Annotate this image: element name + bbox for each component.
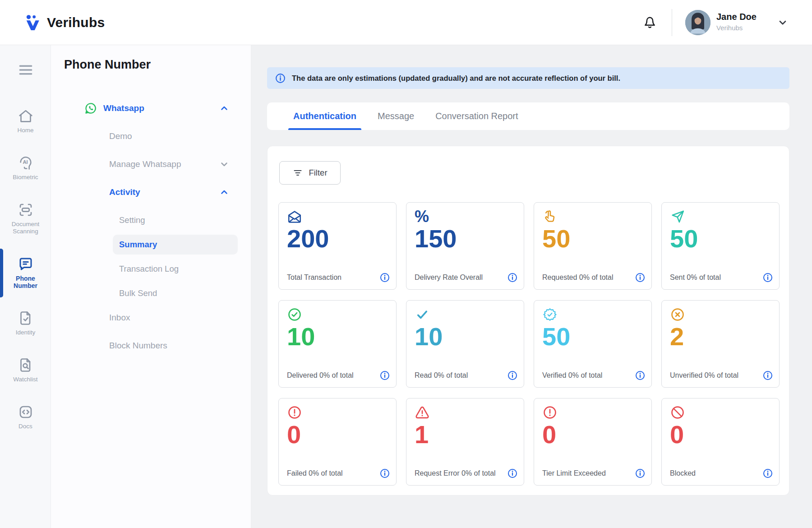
main-content: The data are only estimations (updated g…: [251, 45, 812, 528]
avatar[interactable]: [685, 10, 710, 35]
info-icon[interactable]: [635, 272, 646, 283]
info-icon[interactable]: [507, 370, 518, 381]
info-icon[interactable]: [379, 272, 390, 283]
rail-item-label: Identity: [16, 329, 36, 336]
rail-item-watchlist[interactable]: Watchlist: [0, 357, 51, 383]
stat-label-row: Failed 0% of total: [287, 468, 390, 479]
stat-label-row: Tier Limit Exceeded: [542, 468, 646, 479]
home-icon: [18, 108, 34, 124]
menu-item-label: Demo: [109, 131, 132, 141]
menu-item-demo[interactable]: Demo: [51, 126, 251, 146]
rail-item-phone-number[interactable]: Phone Number: [0, 256, 51, 289]
stat-label: Sent 0% of total: [670, 273, 721, 282]
stat-card-total-transaction: 200Total Transaction: [278, 202, 397, 290]
rail-item-identity[interactable]: Identity: [0, 310, 51, 336]
rail-item-docs[interactable]: Docs: [0, 404, 51, 430]
info-icon[interactable]: [635, 468, 646, 479]
hamburger-menu-icon[interactable]: [17, 61, 34, 79]
rail-item-document-scanning[interactable]: Document Scanning: [0, 202, 51, 235]
stat-label-row: Read 0% of total: [415, 370, 518, 381]
menu-item-setting[interactable]: Setting: [113, 210, 238, 230]
info-banner: The data are only estimations (updated g…: [267, 67, 789, 89]
info-icon[interactable]: [762, 272, 773, 283]
biometric-icon: AI: [18, 155, 34, 171]
user-menu-chevron-down-icon[interactable]: [777, 17, 789, 28]
filter-button-label: Filter: [309, 168, 327, 178]
stat-card-delivery-rate-overall: %150Delivery Rate Overall: [406, 202, 524, 290]
verified-badge-icon: [542, 307, 558, 322]
stat-label-row: Requested 0% of total: [542, 272, 646, 283]
stat-label: Total Transaction: [287, 273, 341, 282]
info-icon[interactable]: [507, 468, 518, 479]
stat-value: 10: [287, 323, 388, 350]
stat-value: 50: [670, 225, 771, 252]
topbar-divider: [672, 9, 672, 36]
whatsapp-icon: [84, 102, 97, 115]
stat-card-tier-limit-exceeded: 0Tier Limit Exceeded: [534, 398, 652, 486]
menu-item-whatsapp[interactable]: Whatsapp: [51, 98, 251, 118]
x-circle-icon: [670, 307, 685, 322]
stat-value: 200: [287, 225, 388, 252]
stat-value: 0: [670, 421, 771, 448]
tab-conversation-report[interactable]: Conversation Report: [435, 102, 518, 130]
menu-item-manage-whatsapp[interactable]: Manage Whatsapp: [51, 154, 251, 174]
stat-card-failed-0-of-total: 0Failed 0% of total: [278, 398, 397, 486]
rail-item-label: Home: [17, 127, 33, 134]
stat-label: Tier Limit Exceeded: [542, 469, 606, 477]
user-name: Jane Doe: [716, 12, 757, 22]
filter-button[interactable]: Filter: [279, 161, 341, 185]
menu-item-label: Manage Whatsapp: [109, 159, 181, 169]
tab-message[interactable]: Message: [378, 102, 414, 130]
info-icon[interactable]: [762, 468, 773, 479]
alert-circle-icon: [287, 405, 302, 420]
stat-label-row: Request Error 0% of total: [415, 468, 518, 479]
user-org: Verihubs: [716, 24, 757, 32]
menu-item-activity[interactable]: Activity: [51, 182, 251, 202]
menu-item-transaction-log[interactable]: Transaction Log: [113, 259, 238, 279]
watchlist-icon: [18, 357, 34, 373]
percent-icon: %: [415, 209, 430, 224]
info-icon[interactable]: [762, 370, 773, 381]
notification-bell-icon[interactable]: [642, 15, 657, 30]
stat-value: 0: [542, 421, 643, 448]
stat-label: Request Error 0% of total: [415, 469, 496, 477]
stat-value: 10: [415, 323, 516, 350]
check-circle-icon: [287, 307, 302, 322]
info-icon[interactable]: [635, 370, 646, 381]
menu-item-label: Setting: [119, 215, 145, 225]
info-icon[interactable]: [507, 272, 518, 283]
stat-label: Verified 0% of total: [542, 371, 602, 380]
chevron-down-icon: [219, 159, 230, 170]
alert-circle-icon: [542, 405, 558, 420]
icon-rail-items: HomeAIBiometricDocument ScanningPhone Nu…: [0, 108, 51, 451]
stat-label-row: Total Transaction: [287, 272, 390, 283]
sidebar-menu: WhatsappDemoManage WhatsappActivitySetti…: [51, 98, 251, 364]
identity-icon: [18, 310, 34, 326]
stats-grid: 200Total Transaction%150Delivery Rate Ov…: [278, 202, 780, 486]
user-menu[interactable]: Jane Doe Verihubs: [716, 12, 757, 32]
tab-authentication[interactable]: Authentication: [293, 102, 356, 130]
phone-number-icon: [18, 256, 34, 272]
stat-label: Delivered 0% of total: [287, 371, 354, 380]
info-icon[interactable]: [379, 468, 390, 479]
stat-card-read-0-of-total: 10Read 0% of total: [406, 300, 524, 388]
rail-item-home[interactable]: Home: [0, 108, 51, 134]
info-icon[interactable]: [379, 370, 390, 381]
rail-item-biometric[interactable]: AIBiometric: [0, 155, 51, 181]
rail-item-label: Watchlist: [13, 376, 37, 383]
menu-item-block-numbers[interactable]: Block Numbers: [51, 336, 251, 356]
stat-card-verified-0-of-total: 50Verified 0% of total: [534, 300, 652, 388]
verihubs-logo-icon: [25, 14, 41, 31]
stat-label-row: Delivered 0% of total: [287, 370, 390, 381]
send-icon: [670, 209, 685, 224]
svg-text:AI: AI: [23, 159, 28, 165]
menu-item-inbox[interactable]: Inbox: [51, 308, 251, 328]
brand-name: Verihubs: [47, 15, 105, 30]
stat-value: 50: [542, 323, 643, 350]
info-banner-text: The data are only estimations (updated g…: [292, 74, 620, 83]
menu-item-summary[interactable]: Summary: [113, 235, 238, 255]
menu-item-bulk-send[interactable]: Bulk Send: [113, 283, 238, 303]
stat-label: Read 0% of total: [415, 371, 468, 380]
check-icon: [415, 307, 430, 322]
rail-item-label: Docs: [18, 423, 32, 430]
